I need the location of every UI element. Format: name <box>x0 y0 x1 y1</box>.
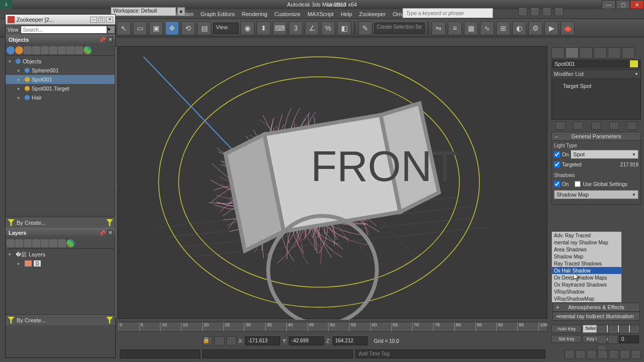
tree-item-sphere[interactable]: ▸Sphere001 <box>6 66 115 75</box>
shadows-on-checkbox[interactable] <box>554 181 560 187</box>
workspace-arrow-icon[interactable]: ▾ <box>177 7 185 16</box>
display-tab-icon[interactable] <box>608 47 621 58</box>
general-params-rollout[interactable]: –General Parameters <box>551 132 641 141</box>
goto-start-icon[interactable] <box>597 325 607 334</box>
tree-item-spot-target[interactable]: ▸Spot001.Target <box>6 84 115 93</box>
targeted-checkbox[interactable] <box>554 161 560 167</box>
stack-item-target-spot[interactable]: Target Spot <box>554 82 638 90</box>
lf1-icon[interactable] <box>7 239 15 247</box>
global-settings-checkbox[interactable] <box>575 181 581 187</box>
z-coord[interactable]: 164.212 <box>333 336 368 345</box>
curve-editor-icon[interactable]: ∿ <box>480 21 494 35</box>
prev-frame-icon[interactable] <box>608 325 618 334</box>
shadow-option-8[interactable]: VRayShadow <box>552 288 621 295</box>
named-sel-icon[interactable]: ✎ <box>358 21 372 35</box>
zoom-all-icon[interactable] <box>576 350 586 359</box>
render-frame-icon[interactable]: ▶ <box>544 21 558 35</box>
menu-graph-editors[interactable]: Graph Editors <box>201 11 235 17</box>
workspace-dropdown[interactable]: Workspace: Default <box>111 7 176 16</box>
lf5-icon[interactable] <box>41 239 49 247</box>
layers-root[interactable]: ▾�层Layers <box>6 250 115 259</box>
shadow-option-7[interactable]: Ox Raytraced Shadows <box>552 281 621 288</box>
filter-xref-icon[interactable] <box>75 46 83 54</box>
color-swatch[interactable] <box>630 60 638 67</box>
shadow-option-4[interactable]: Ray Traced Shadows <box>552 260 621 267</box>
filter-light-icon[interactable] <box>15 46 23 54</box>
lock-icon[interactable]: 🔒 <box>202 336 212 345</box>
zookeeper-search-input[interactable] <box>21 26 108 34</box>
help-icon[interactable] <box>554 7 564 16</box>
filter-cam-icon[interactable] <box>32 46 40 54</box>
objects-filter-bar[interactable]: By Create... <box>6 217 115 228</box>
filter-bone-icon[interactable] <box>58 46 66 54</box>
maximize-vp-icon[interactable] <box>631 350 641 359</box>
lf7-icon[interactable] <box>58 239 66 247</box>
create-tab-icon[interactable] <box>551 47 565 58</box>
shadow-option-6[interactable]: Ox Deep Shadow Maps <box>552 274 621 281</box>
select-region-icon[interactable]: ▭ <box>133 21 147 35</box>
filter-space-icon[interactable] <box>49 46 57 54</box>
pan-icon[interactable] <box>609 350 619 359</box>
layer-0[interactable]: ▸0 <box>6 259 115 268</box>
light-on-checkbox[interactable] <box>554 151 560 157</box>
objects-close-button[interactable]: ✕ <box>107 37 113 43</box>
modifier-list-dropdown[interactable]: Modifier List▼ <box>551 69 641 78</box>
exchange-icon[interactable] <box>530 7 539 16</box>
play-icon[interactable] <box>619 325 629 334</box>
time-tag-input[interactable]: Add Time Tag <box>355 349 545 358</box>
next-frame-icon[interactable] <box>630 325 640 334</box>
shadow-option-9[interactable]: VRayShadowMap <box>552 295 621 302</box>
filter-helper-icon[interactable] <box>41 46 49 54</box>
layers-icon[interactable]: ▦ <box>464 21 478 35</box>
key-mode-icon[interactable] <box>608 335 618 344</box>
filter-geom-icon[interactable] <box>7 46 15 54</box>
objects-header[interactable]: Objects 📌 ✕ <box>6 35 115 45</box>
layers-filter-bar[interactable]: By Create... <box>6 314 115 325</box>
lf8-icon[interactable] <box>66 239 74 247</box>
filter-shape-icon[interactable] <box>24 46 32 54</box>
zk-search-arrow-icon[interactable]: ▾ <box>107 26 115 34</box>
pin-stack-icon[interactable] <box>555 122 566 130</box>
unique-icon[interactable] <box>591 122 601 130</box>
setkey-button[interactable]: Set Key <box>551 335 582 343</box>
zoom-icon[interactable] <box>565 350 575 359</box>
scale-icon[interactable]: ▤ <box>197 21 211 35</box>
viewcube[interactable]: FRONT <box>108 57 537 328</box>
select-window-icon[interactable]: ▣ <box>149 21 163 35</box>
zk-min-button[interactable]: — <box>90 17 97 23</box>
mental-rollout[interactable]: +mental ray Indirect Illumination <box>552 312 640 321</box>
autokey-button[interactable]: Auto Key <box>551 325 582 333</box>
keyboard-icon[interactable]: ⌨ <box>273 21 287 35</box>
shadow-option-1[interactable]: mental ray Shadow Map <box>552 239 621 246</box>
move-icon[interactable]: ✥ <box>165 21 179 35</box>
goto-end-icon[interactable] <box>597 335 607 344</box>
configure-icon[interactable] <box>627 122 637 130</box>
viewport[interactable]: FRONT <box>118 46 547 319</box>
shadow-type-dropdown[interactable]: Shadow Map▼ <box>554 190 638 199</box>
fov-icon[interactable] <box>598 350 608 359</box>
tree-item-hair[interactable]: ▸Hair <box>6 93 115 102</box>
layers-header[interactable]: Layers 📌 ✕ <box>6 228 115 238</box>
lf4-icon[interactable] <box>32 239 40 247</box>
shadow-option-2[interactable]: Area Shadows <box>552 246 621 253</box>
ref-coord-dropdown[interactable]: View <box>213 23 238 34</box>
current-frame[interactable]: 0 <box>619 335 639 343</box>
show-end-icon[interactable] <box>573 122 583 130</box>
modify-tab-icon[interactable] <box>566 47 579 58</box>
menu-zookeeper[interactable]: Zookeeper <box>359 11 386 17</box>
shadow-option-0[interactable]: Adv. Ray Traced <box>552 232 621 239</box>
manipulate-icon[interactable]: ⬍ <box>257 21 271 35</box>
lf2-icon[interactable] <box>15 239 23 247</box>
script-listener[interactable] <box>120 349 200 358</box>
align-icon[interactable]: ≡ <box>448 21 462 35</box>
light-type-dropdown[interactable]: Spot▼ <box>571 150 638 159</box>
motion-tab-icon[interactable] <box>594 47 607 58</box>
selection-set-dropdown[interactable]: Create Selection Se <box>374 23 425 34</box>
spinner-snap-icon[interactable]: ◧ <box>337 21 351 35</box>
pivot-icon[interactable]: ◉ <box>240 21 255 35</box>
pin-icon[interactable]: 📌 <box>99 37 105 43</box>
render-setup-icon[interactable]: ⚙ <box>528 21 542 35</box>
orbit-icon[interactable] <box>620 350 630 359</box>
timeline[interactable]: 0510152025303540455055606570758085909510… <box>118 320 547 334</box>
material-editor-icon[interactable]: ◐ <box>512 21 526 35</box>
